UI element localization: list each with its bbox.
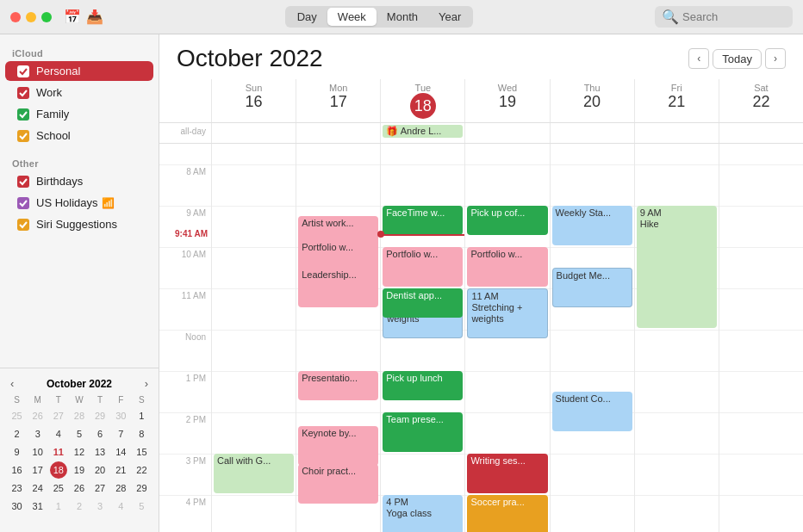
mini-cal-day[interactable]: 29 [133, 479, 150, 497]
mini-cal-day[interactable]: 2 [9, 425, 26, 442]
mini-cal-day[interactable]: 12 [71, 443, 88, 461]
minimize-icon[interactable] [26, 12, 36, 22]
event-title: Team prese... [386, 414, 459, 425]
calendar-event[interactable]: Weekly Sta... [552, 206, 632, 245]
other-label: Other [0, 153, 159, 170]
mini-cal-day[interactable]: 15 [133, 443, 150, 461]
mini-cal-day[interactable]: 16 [9, 461, 26, 479]
mini-cal-day[interactable]: 31 [29, 498, 47, 515]
mini-cal-day[interactable]: 19 [71, 461, 88, 479]
mini-cal-day[interactable]: 28 [71, 407, 88, 424]
mini-cal-day[interactable]: 3 [91, 498, 109, 515]
hour-slot [719, 288, 803, 330]
maximize-icon[interactable] [41, 12, 52, 22]
mini-cal-day[interactable]: 7 [112, 425, 129, 442]
search-input[interactable] [682, 10, 786, 23]
calendar-icon[interactable]: 📅 [64, 9, 81, 25]
mini-cal-day[interactable]: 14 [112, 443, 129, 461]
mini-cal-day[interactable]: 27 [50, 407, 67, 424]
cal-next-btn[interactable]: › [765, 48, 786, 69]
today-button[interactable]: Today [713, 49, 762, 69]
tab-day[interactable]: Day [287, 8, 327, 26]
calendar-event[interactable]: 4 PM Yoga class [383, 495, 463, 532]
cal-prev-btn[interactable]: ‹ [688, 48, 709, 69]
mini-cal-day[interactable]: 20 [91, 461, 109, 479]
day-header-sat: Sat 22 [719, 79, 803, 122]
calendar-event[interactable]: Team prese... [383, 412, 463, 452]
mini-cal-day[interactable]: 3 [29, 425, 47, 442]
mini-cal-day[interactable]: 27 [91, 479, 109, 497]
calendar-event[interactable]: Student Co... [552, 392, 632, 431]
main-layout: iCloud Personal Work Family School Oth [0, 34, 803, 532]
mini-cal-prev[interactable]: ‹ [10, 377, 14, 390]
mini-cal-day[interactable]: 17 [29, 461, 47, 479]
sidebar-item-personal[interactable]: Personal [5, 61, 153, 81]
mini-cal-day-today[interactable]: 18 [50, 461, 67, 479]
allday-cell-sat [719, 123, 803, 143]
allday-event[interactable]: 🎁 Andre L... [383, 125, 463, 138]
mini-cal-day[interactable]: 4 [112, 498, 129, 515]
hour-slot [212, 495, 296, 532]
calendar-event[interactable]: Choir pract... [298, 464, 378, 504]
mini-cal-day[interactable]: 21 [112, 461, 129, 479]
calendar-event[interactable]: FaceTime w... [383, 206, 463, 235]
tab-week[interactable]: Week [327, 8, 377, 26]
hour-slot [551, 454, 634, 495]
sidebar-item-school[interactable]: School [5, 126, 153, 145]
search-box[interactable]: 🔍 [655, 6, 793, 28]
calendar-event[interactable]: Call with G... [214, 454, 294, 493]
sidebar-item-family[interactable]: Family [5, 104, 153, 124]
mini-cal-day[interactable]: 2 [71, 498, 88, 515]
calendar-event[interactable]: Pick up lunch [383, 371, 463, 400]
calendar-event[interactable]: Portfolio w... [383, 247, 463, 287]
mini-cal-day[interactable]: 24 [29, 479, 47, 497]
sidebar-item-us-holidays[interactable]: US Holidays 📶 [5, 193, 153, 213]
mini-cal-day[interactable]: 8 [133, 425, 150, 442]
calendar-event[interactable]: Writing ses... [467, 454, 547, 493]
mini-cal-day[interactable]: 26 [29, 407, 47, 424]
calendar-event[interactable]: Portfolio w... [467, 247, 547, 287]
calendar-event[interactable]: Keynote by... [298, 426, 378, 466]
mini-cal-day[interactable]: 26 [71, 479, 88, 497]
mini-cal-day[interactable]: 5 [71, 425, 88, 442]
calendar-event[interactable]: Presentatio... [298, 371, 378, 400]
mini-cal-day[interactable]: 22 [133, 461, 150, 479]
mini-cal-day[interactable]: 10 [29, 443, 47, 461]
tab-month[interactable]: Month [377, 8, 428, 26]
close-icon[interactable] [10, 12, 21, 22]
calendar-event[interactable]: Soccer pra... [467, 495, 547, 532]
day-header-fri: Fri 21 [634, 79, 719, 122]
sidebar-item-birthdays[interactable]: Birthdays [5, 171, 153, 191]
mini-cal-day[interactable]: 25 [9, 407, 26, 424]
sidebar-item-work[interactable]: Work [5, 83, 153, 102]
inbox-icon[interactable]: 📥 [86, 9, 103, 25]
mini-cal-day[interactable]: 29 [91, 407, 109, 424]
calendar-event[interactable]: 11 AM Stretching + weights [467, 288, 547, 338]
time-labels-col: 8 AM 9 AM 10 AM 11 AM Noon 1 PM 2 PM 3 P… [159, 144, 211, 532]
sidebar-item-siri[interactable]: Siri Suggestions [5, 214, 153, 234]
event-title: Soccer pra... [470, 497, 544, 508]
mini-cal-next[interactable]: › [145, 377, 148, 390]
calendar-event[interactable]: Budget Me... [552, 268, 632, 307]
calendar-event[interactable]: Leadership... [298, 268, 378, 307]
mini-cal-day[interactable]: 1 [133, 407, 150, 424]
mini-cal-day[interactable]: 25 [50, 479, 67, 497]
mini-cal-day[interactable]: 4 [50, 425, 67, 442]
sidebar-item-label: Personal [36, 65, 80, 77]
mini-cal-day[interactable]: 11 [50, 443, 67, 461]
day-header-wed: Wed 19 [464, 79, 549, 122]
calendar-event[interactable]: 9 AM Hike [637, 206, 717, 328]
calendar-event[interactable]: Dentist app... [383, 288, 463, 318]
day-col-mon: Artist work...Portfolio w...Leadership..… [296, 144, 380, 532]
mini-cal-day[interactable]: 5 [133, 498, 150, 515]
mini-cal-day[interactable]: 13 [91, 443, 109, 461]
mini-cal-day[interactable]: 30 [112, 407, 129, 424]
mini-cal-day[interactable]: 28 [112, 479, 129, 497]
calendar-event[interactable]: Pick up cof... [467, 206, 547, 235]
mini-cal-day[interactable]: 23 [9, 479, 26, 497]
mini-cal-day[interactable]: 1 [50, 498, 67, 515]
mini-cal-day[interactable]: 9 [9, 443, 26, 461]
mini-cal-day[interactable]: 30 [9, 498, 26, 515]
mini-cal-day[interactable]: 6 [91, 425, 109, 442]
tab-year[interactable]: Year [428, 8, 471, 26]
